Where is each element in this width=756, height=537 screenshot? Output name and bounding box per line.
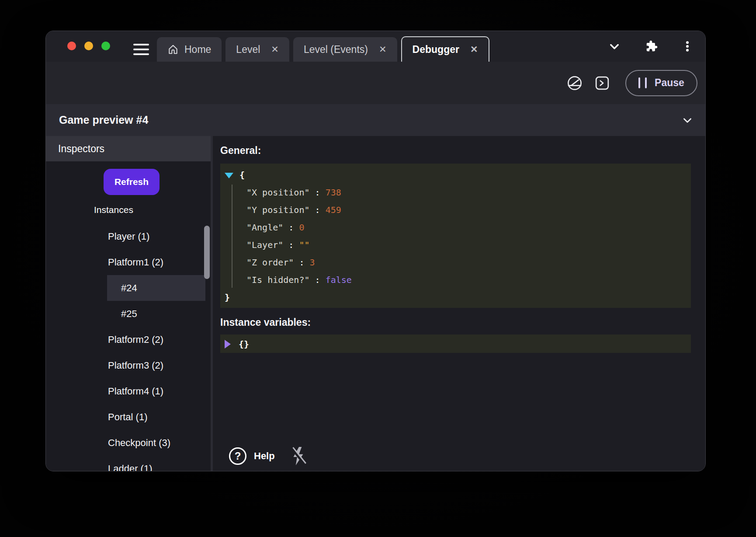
instance-item-platform2-2[interactable]: Platform2 (2) xyxy=(46,327,211,352)
general-section-label: General: xyxy=(220,145,691,157)
minimize-window-button[interactable] xyxy=(84,42,93,50)
json-property: "X position" : 738 xyxy=(225,184,691,201)
instance-item-checkpoint-3[interactable]: Checkpoint (3) xyxy=(46,430,211,456)
flash-off-icon[interactable] xyxy=(290,446,306,466)
main-menu-icon[interactable] xyxy=(133,44,149,55)
collapse-triangle-icon[interactable] xyxy=(225,173,233,178)
debugger-toolbar: Pause xyxy=(46,62,705,104)
instances-tree: Player (1)Platform1 (2)#24#25Platform2 (… xyxy=(46,223,211,471)
close-tab-icon[interactable]: ✕ xyxy=(271,44,279,55)
question-mark-icon: ? xyxy=(229,447,246,465)
tabbar-actions xyxy=(608,31,693,62)
pause-button[interactable]: Pause xyxy=(625,70,697,96)
instance-item-ladder-1[interactable]: Ladder (1) xyxy=(46,456,211,471)
tab-label: Home xyxy=(184,44,211,56)
json-property: "Angle" : 0 xyxy=(225,219,691,236)
tab-home[interactable]: Home xyxy=(157,37,222,62)
inspectors-header: Inspectors xyxy=(46,136,211,161)
tab-label: Debugger xyxy=(413,44,459,56)
close-tab-icon[interactable]: ✕ xyxy=(379,44,387,55)
json-property: "Z order" : 3 xyxy=(225,254,691,271)
tab-label: Level (Events) xyxy=(304,44,368,56)
chevron-down-icon[interactable] xyxy=(608,40,621,52)
instance-item-portal-1[interactable]: Portal (1) xyxy=(46,404,211,430)
tab-label: Level xyxy=(236,44,260,56)
refresh-button[interactable]: Refresh xyxy=(104,169,160,195)
instance-variables-value: {} xyxy=(239,335,249,353)
tab-debugger[interactable]: Debugger✕ xyxy=(401,36,489,62)
home-icon xyxy=(167,44,179,55)
tab-level[interactable]: Level✕ xyxy=(225,37,289,62)
footer-row: ? Help xyxy=(229,445,691,467)
debugger-content: Inspectors Refresh Instances Player (1)P… xyxy=(46,136,705,471)
inspectors-sidebar: Inspectors Refresh Instances Player (1)P… xyxy=(46,136,211,471)
instance-item-24[interactable]: #24 xyxy=(107,275,205,301)
extensions-puzzle-icon[interactable] xyxy=(644,39,658,53)
sidebar-scrollbar[interactable] xyxy=(204,226,210,279)
pause-icon xyxy=(638,77,647,88)
tab-bar: HomeLevel✕Level (Events)✕Debugger✕ xyxy=(46,31,705,62)
profiler-speedometer-icon[interactable] xyxy=(567,75,583,91)
desktop-background: HomeLevel✕Level (Events)✕Debugger✕ xyxy=(0,0,756,537)
close-tab-icon[interactable]: ✕ xyxy=(470,44,478,55)
instance-item-player-1[interactable]: Player (1) xyxy=(46,223,211,249)
console-icon[interactable] xyxy=(595,76,610,91)
json-property: "Y position" : 459 xyxy=(225,201,691,219)
json-close-line: } xyxy=(225,289,691,306)
instance-item-platform1-2[interactable]: Platform1 (2) xyxy=(46,249,211,275)
pause-button-label: Pause xyxy=(655,77,684,89)
instance-variables-label: Instance variables: xyxy=(220,317,691,328)
inspectors-tree-panel: Refresh Instances Player (1)Platform1 (2… xyxy=(46,161,211,471)
expand-triangle-icon[interactable] xyxy=(225,340,231,349)
tab-level-events[interactable]: Level (Events)✕ xyxy=(293,37,397,62)
preview-chevron-down-icon[interactable] xyxy=(682,115,693,126)
help-button[interactable]: ? Help xyxy=(229,447,275,465)
game-preview-title: Game preview #4 xyxy=(59,114,682,126)
instance-variables-viewer: {} xyxy=(220,335,691,353)
kebab-menu-icon[interactable] xyxy=(682,40,693,53)
inspector-detail-panel: General: { "X position" : 738"Y position… xyxy=(213,136,705,471)
json-property: "Is hidden?" : false xyxy=(225,271,691,289)
instance-item-25[interactable]: #25 xyxy=(46,301,211,327)
instances-label[interactable]: Instances xyxy=(94,205,211,215)
json-open-line: { xyxy=(225,166,691,184)
game-preview-header[interactable]: Game preview #4 xyxy=(46,104,705,136)
tab-strip: HomeLevel✕Level (Events)✕Debugger✕ xyxy=(157,36,489,62)
general-json-viewer: { "X position" : 738"Y position" : 459"A… xyxy=(220,164,691,308)
instance-item-platform4-1[interactable]: Platform4 (1) xyxy=(46,378,211,404)
json-property: "Layer" : "" xyxy=(225,236,691,254)
instance-item-platform3-2[interactable]: Platform3 (2) xyxy=(46,352,211,378)
traffic-lights xyxy=(67,42,110,50)
help-label: Help xyxy=(254,450,275,462)
app-window: HomeLevel✕Level (Events)✕Debugger✕ xyxy=(45,31,706,471)
zoom-window-button[interactable] xyxy=(101,42,110,50)
close-window-button[interactable] xyxy=(67,42,76,50)
